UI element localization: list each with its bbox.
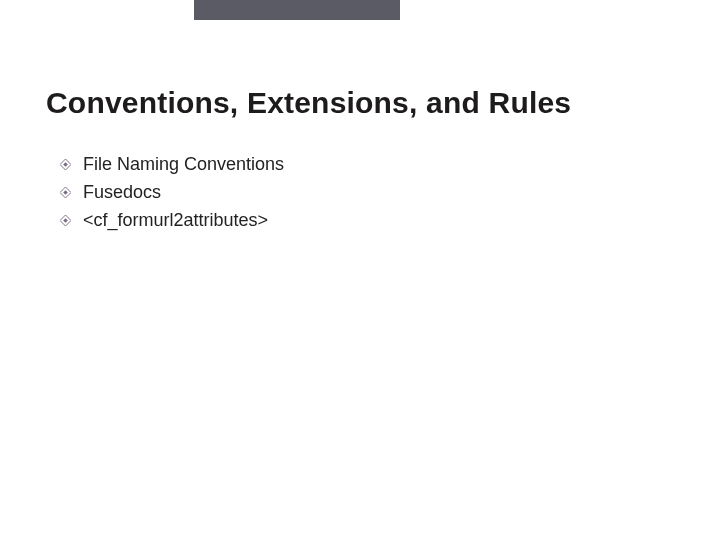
diamond-bullet-icon: [60, 215, 71, 226]
list-item: Fusedocs: [60, 178, 284, 206]
list-item: <cf_formurl2attributes>: [60, 206, 284, 234]
dotted-background: [0, 0, 720, 540]
top-accent-bar: [194, 0, 400, 20]
slide-title: Conventions, Extensions, and Rules: [46, 86, 571, 120]
bullet-label: <cf_formurl2attributes>: [83, 210, 268, 231]
list-item: File Naming Conventions: [60, 150, 284, 178]
bullet-label: Fusedocs: [83, 182, 161, 203]
diamond-bullet-icon: [60, 187, 71, 198]
bullet-label: File Naming Conventions: [83, 154, 284, 175]
diamond-bullet-icon: [60, 159, 71, 170]
bullet-list: File Naming Conventions Fusedocs <cf_for…: [60, 150, 284, 234]
